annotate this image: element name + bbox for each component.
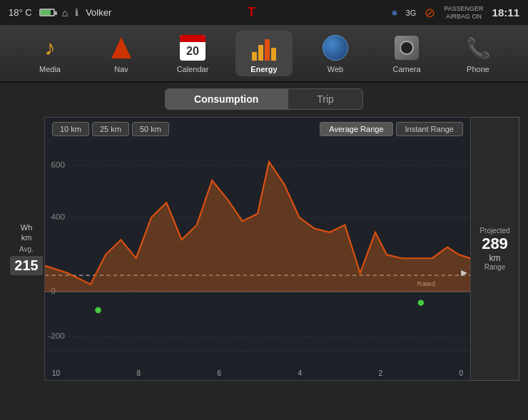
avg-value: 215 — [10, 256, 42, 275]
app-media[interactable]: ♪ Media — [21, 34, 78, 73]
chart-area: 10 km 25 km 50 km Average Range Instant … — [44, 117, 471, 381]
bluetooth-icon: ⎈ — [392, 7, 397, 18]
svg-point-13 — [95, 307, 101, 313]
home-icon: ⌂ — [62, 7, 68, 19]
x-label-8: 8 — [137, 369, 141, 377]
app-dock: ♪ Media Nav 20 Calendar Energy — [0, 26, 528, 83]
battery-icon — [39, 9, 55, 16]
calendar-label: Calendar — [177, 65, 209, 73]
svg-text:-200: -200 — [48, 332, 64, 340]
chart-left-label: Whkm Avg. 215 — [9, 117, 44, 381]
user-name: Volker — [86, 7, 111, 18]
media-label: Media — [39, 65, 61, 73]
avg-label: Avg. — [19, 245, 34, 253]
projected-label: Projected — [479, 227, 509, 235]
projected-unit: km — [489, 253, 501, 263]
projected-panel: Projected 289 km Range — [471, 117, 519, 381]
tab-trip[interactable]: Trip — [288, 88, 363, 110]
filter-10km[interactable]: 10 km — [52, 122, 89, 136]
signal-display: 3G — [406, 9, 417, 17]
tab-consumption[interactable]: Consumption — [165, 88, 288, 110]
energy-icon — [250, 34, 278, 62]
phone-label: Phone — [467, 65, 489, 73]
nav-icon — [107, 34, 136, 62]
filter-buttons: 10 km 25 km 50 km — [52, 122, 169, 136]
projected-range-label: Range — [484, 263, 505, 271]
range-average[interactable]: Average Range — [320, 122, 392, 136]
temperature-display: 18° C — [9, 7, 32, 18]
wh-km-label: Whkm — [21, 222, 33, 243]
x-label-0: 0 — [459, 369, 463, 377]
range-instant[interactable]: Instant Range — [396, 122, 464, 136]
filter-25km[interactable]: 25 km — [92, 122, 129, 136]
status-right: ⎈ 3G ⊘ PASSENGERAIRBAG ON 18:11 — [392, 5, 519, 21]
camera-icon — [392, 34, 421, 62]
energy-label: Energy — [250, 65, 277, 73]
app-energy[interactable]: Energy — [235, 31, 293, 76]
airbag-label: PASSENGERAIRBAG ON — [444, 5, 483, 21]
status-center: T — [248, 5, 255, 20]
x-label-10: 10 — [52, 369, 60, 377]
app-nav[interactable]: Nav — [93, 34, 150, 73]
svg-text:600: 600 — [51, 160, 66, 169]
projected-value: 289 — [482, 235, 508, 253]
media-icon: ♪ — [36, 34, 64, 62]
camera-label: Camera — [392, 65, 420, 73]
range-buttons: Average Range Instant Range — [320, 122, 463, 136]
app-phone[interactable]: 📞 Phone — [450, 34, 507, 73]
x-axis-labels: 10 8 6 4 2 0 — [45, 366, 470, 380]
svg-text:400: 400 — [51, 212, 66, 221]
main-content: Consumption Trip Whkm Avg. 215 10 km 25 … — [0, 83, 528, 420]
x-label-2: 2 — [378, 369, 382, 377]
app-camera[interactable]: Camera — [378, 34, 435, 73]
status-left: 18° C ⌂ ℹ Volker — [9, 7, 111, 19]
web-label: Web — [328, 65, 343, 73]
svg-marker-12 — [45, 162, 470, 292]
chart-container: Whkm Avg. 215 10 km 25 km 50 km Average … — [9, 117, 519, 381]
nav-label: Nav — [114, 65, 128, 73]
tabs-container: Consumption Trip — [9, 88, 519, 110]
calendar-icon: 20 — [178, 34, 207, 62]
x-label-6: 6 — [218, 369, 222, 377]
airbag-indicator: ⊘ — [425, 5, 435, 21]
svg-point-14 — [418, 299, 425, 305]
x-label-4: 4 — [298, 369, 302, 377]
app-calendar[interactable]: 20 Calendar — [164, 34, 221, 73]
web-icon — [321, 34, 350, 62]
chart-svg: 600 400 0 -200 Rated — [45, 143, 470, 366]
app-web[interactable]: Web — [307, 34, 364, 73]
tesla-logo: T — [248, 5, 255, 20]
filter-50km[interactable]: 50 km — [132, 122, 169, 136]
info-icon: ℹ — [75, 7, 78, 18]
phone-icon: 📞 — [464, 34, 492, 62]
time-display: 18:11 — [492, 6, 519, 19]
status-bar: 18° C ⌂ ℹ Volker T ⎈ 3G ⊘ PASSENGERAIRBA… — [0, 0, 528, 26]
